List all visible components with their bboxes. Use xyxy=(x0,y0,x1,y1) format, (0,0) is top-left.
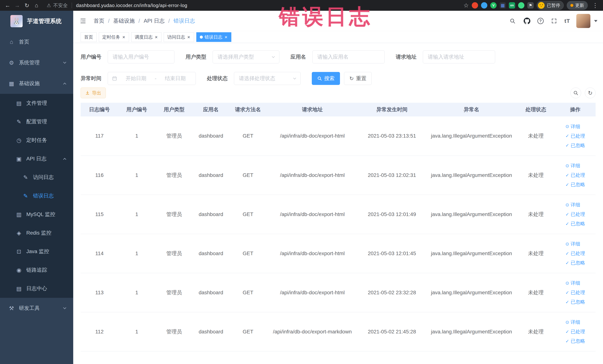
process-status-select[interactable]: 请选择处理状态 xyxy=(234,72,301,85)
processed-link-label: 已处理 xyxy=(570,250,585,257)
user-id-input[interactable] xyxy=(108,50,174,63)
detail-link[interactable]: ⊙ 详细 xyxy=(565,280,580,286)
sidebar-item-config-management[interactable]: ✎ 配置管理 xyxy=(0,112,73,131)
github-icon[interactable] xyxy=(523,17,531,25)
mark-ignored-link[interactable]: ✓ 已忽略 xyxy=(565,181,585,188)
mark-ignored-link[interactable]: ✓ 已忽略 xyxy=(565,299,585,305)
sidebar-item-log-center[interactable]: ▤ 日志中心 xyxy=(0,279,73,298)
cell-app-name: dashboard xyxy=(193,273,229,312)
bookmark-star-icon[interactable]: ☆ xyxy=(464,2,469,9)
app-logo[interactable]: 🐰 芋道管理系统 xyxy=(0,11,73,32)
toggle-search-button[interactable] xyxy=(570,88,581,98)
reload-icon[interactable]: ↻ xyxy=(23,1,31,10)
detail-link[interactable]: ⊙ 详细 xyxy=(565,201,580,208)
exception-time-range-picker[interactable]: 开始日期 - 结束日期 xyxy=(108,72,196,85)
cell-exception-time: 2021-05-03 12:01:45 xyxy=(358,234,426,273)
tab-schedule-log[interactable]: 调度日志 × xyxy=(131,32,162,42)
browser-update-button[interactable]: 更新 xyxy=(567,1,588,10)
caret-down-icon[interactable] xyxy=(594,20,597,22)
sidebar-item-system-management[interactable]: ⚙ 系统管理 xyxy=(0,52,73,73)
search-icon[interactable] xyxy=(509,17,517,25)
mark-processed-link[interactable]: ✓ 已处理 xyxy=(565,289,585,296)
sidebar-item-file-management[interactable]: ▤ 文件管理 xyxy=(0,94,73,112)
extensions-puzzle-icon[interactable]: ⚑ xyxy=(527,2,534,9)
mark-ignored-link[interactable]: ✓ 已忽略 xyxy=(565,338,585,344)
detail-link[interactable]: ⊙ 详细 xyxy=(565,163,580,169)
col-log-id: 日志编号 xyxy=(81,103,118,117)
mark-processed-link[interactable]: ✓ 已处理 xyxy=(565,133,585,139)
fullscreen-icon[interactable] xyxy=(550,17,558,25)
refresh-button[interactable]: ↻ xyxy=(585,88,596,98)
sidebar-item-label: MySQL 监控 xyxy=(26,211,55,218)
mark-processed-link[interactable]: ✓ 已处理 xyxy=(565,211,585,218)
sidebar-fold-icon[interactable] xyxy=(79,17,87,25)
extension-icon-1[interactable] xyxy=(472,2,478,9)
sidebar-item-redis-monitor[interactable]: ◈ Redis 监控 xyxy=(0,224,73,242)
mark-ignored-link[interactable]: ✓ 已忽略 xyxy=(565,260,585,266)
close-icon[interactable]: × xyxy=(122,35,126,39)
user-type-select[interactable]: 请选择用户类型 xyxy=(213,50,279,63)
sidebar-item-error-log[interactable]: ✎ 错误日志 xyxy=(0,187,73,205)
processed-link-label: 已处理 xyxy=(570,329,585,335)
cell-method: GET xyxy=(229,312,267,351)
extension-icon-6[interactable] xyxy=(518,2,524,9)
extension-icon-5[interactable]: on xyxy=(509,2,515,9)
processed-link-label: 已处理 xyxy=(570,172,585,178)
trace-icon: ◉ xyxy=(16,267,22,273)
request-url-input[interactable] xyxy=(423,50,495,63)
sidebar-item-tracing[interactable]: ◉ 链路追踪 xyxy=(0,261,73,279)
mark-ignored-link[interactable]: ✓ 已忽略 xyxy=(565,142,585,149)
address-bar-url[interactable]: dashboard.yudao.iocoder.cn/infra/log/api… xyxy=(76,3,187,8)
export-button[interactable]: 导出 xyxy=(81,88,106,98)
mysql-icon: ▥ xyxy=(16,211,22,218)
extension-icon-3[interactable]: V xyxy=(490,2,497,9)
eye-icon: ⊙ xyxy=(565,320,569,325)
browser-menu-icon[interactable]: ⋮ xyxy=(591,2,600,9)
cell-user-id: 1 xyxy=(118,312,155,351)
app-name-input[interactable] xyxy=(312,50,385,63)
tab-access-log[interactable]: 访问日志 × xyxy=(164,32,194,42)
tab-error-log[interactable]: 错误日志 × xyxy=(196,32,231,42)
user-avatar[interactable] xyxy=(576,14,590,28)
mark-processed-link[interactable]: ✓ 已处理 xyxy=(565,172,585,178)
detail-link[interactable]: ⊙ 详细 xyxy=(565,123,580,130)
tab-home[interactable]: 首页 xyxy=(81,32,97,42)
close-icon[interactable]: × xyxy=(154,35,158,39)
mark-processed-link[interactable]: ✓ 已处理 xyxy=(565,250,585,257)
close-icon[interactable]: × xyxy=(224,35,228,39)
sidebar-item-mysql-monitor[interactable]: ▥ MySQL 监控 xyxy=(0,205,73,224)
sidebar-item-infrastructure[interactable]: ▦ 基础设施 xyxy=(0,73,73,94)
forward-icon[interactable]: → xyxy=(13,1,22,10)
back-icon[interactable]: ← xyxy=(3,1,12,10)
reset-button[interactable]: ↻ 重置 xyxy=(344,72,372,85)
close-icon[interactable]: × xyxy=(187,35,190,39)
tab-scheduled-tasks[interactable]: 定时任务 × xyxy=(99,32,129,42)
mark-processed-link[interactable]: ✓ 已处理 xyxy=(565,329,585,335)
sidebar-item-home[interactable]: ⌂ 首页 xyxy=(0,32,73,52)
user-type-label: 用户类型 xyxy=(186,53,206,60)
end-date-placeholder: 结束日期 xyxy=(159,75,191,82)
sidebar-item-java-monitor[interactable]: ⊡ Java 监控 xyxy=(0,242,73,261)
table-toolbar: 导出 ↻ xyxy=(73,85,603,98)
chevron-up-icon xyxy=(63,83,66,86)
breadcrumb-home[interactable]: 首页 xyxy=(94,17,104,25)
font-size-icon[interactable]: tT xyxy=(564,18,570,24)
sidebar-item-scheduled-tasks[interactable]: ◷ 定时任务 xyxy=(0,131,73,150)
download-icon xyxy=(85,91,90,95)
breadcrumb-api-logs[interactable]: API 日志 xyxy=(144,17,165,25)
mark-ignored-link[interactable]: ✓ 已忽略 xyxy=(565,221,585,227)
detail-link[interactable]: ⊙ 详细 xyxy=(565,319,580,325)
breadcrumb-infrastructure[interactable]: 基础设施 xyxy=(113,17,135,25)
search-button[interactable]: 搜索 xyxy=(312,72,340,85)
sidebar-item-api-logs[interactable]: ▣ API 日志 xyxy=(0,150,73,168)
extension-icon-2[interactable] xyxy=(481,2,487,9)
extension-icon-4[interactable]: ▦ xyxy=(499,2,506,9)
java-icon: ⊡ xyxy=(16,248,22,255)
help-icon[interactable]: ? xyxy=(537,18,544,24)
home-icon[interactable]: ⌂ xyxy=(32,1,41,10)
detail-link[interactable]: ⊙ 详细 xyxy=(565,241,580,247)
security-indicator[interactable]: ⚠ 不安全 xyxy=(47,2,68,9)
sidebar-item-access-log[interactable]: ✎ 访问日志 xyxy=(0,168,73,187)
profile-paused-chip[interactable]: 已暂停 xyxy=(537,1,564,10)
sidebar-item-dev-tools[interactable]: ⚒ 研发工具 xyxy=(0,298,73,318)
